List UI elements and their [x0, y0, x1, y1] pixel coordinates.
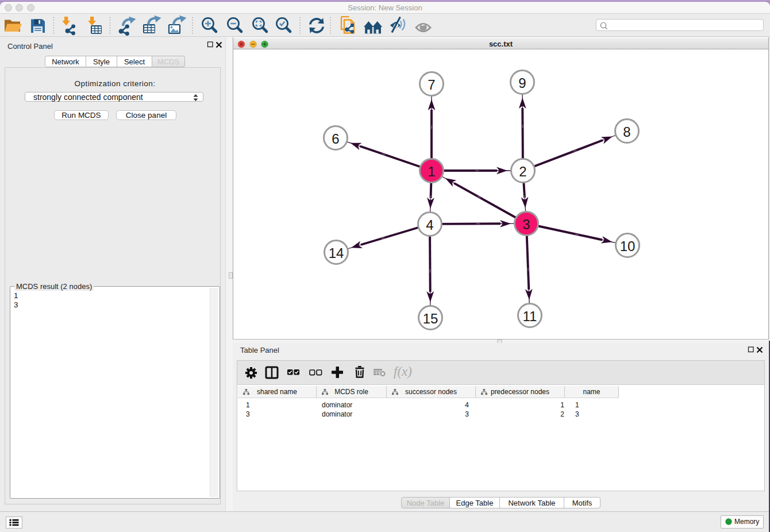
svg-text:14: 14: [329, 245, 344, 261]
svg-text:11: 11: [523, 309, 537, 324]
svg-text:1: 1: [428, 164, 435, 179]
svg-text:6: 6: [332, 131, 339, 147]
svg-text:15: 15: [423, 311, 438, 326]
svg-text:10: 10: [620, 238, 636, 254]
svg-text:4: 4: [426, 217, 433, 233]
svg-text:3: 3: [522, 217, 530, 232]
svg-text:7: 7: [428, 77, 435, 92]
svg-text:9: 9: [518, 75, 526, 91]
svg-text:8: 8: [623, 124, 630, 140]
svg-text:2: 2: [519, 164, 526, 179]
